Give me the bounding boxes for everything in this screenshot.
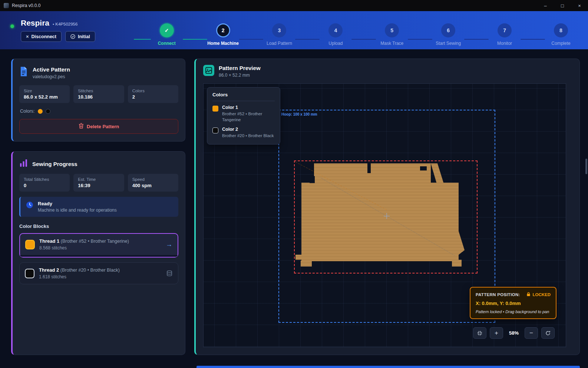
stat-total-stitches: Total Stitches 0 (19, 174, 70, 192)
position-coordinates: X: 0.0mm, Y: 0.0mm (476, 301, 551, 306)
delete-pattern-label: Delete Pattern (87, 124, 119, 129)
legend-title: Colors (212, 92, 275, 101)
lock-icon (526, 292, 531, 297)
status-text: Machine is idle and ready for operations (38, 208, 117, 213)
color-blocks-label: Color Blocks (19, 223, 178, 229)
minimize-button[interactable]: – (537, 0, 554, 11)
thread-swatch (25, 240, 35, 249)
machine-status-box: Ready Machine is idle and ready for oper… (19, 197, 178, 217)
pattern-preview-panel: Pattern Preview 86.0 × 52.2 mm Colors Co… (194, 59, 580, 355)
app-header: Respira • K4P502956 × Disconnect Initial… (0, 11, 588, 49)
step-circle: 8 (554, 23, 568, 37)
disconnect-label: Disconnect (32, 34, 56, 39)
thread-name: Thread 1 (39, 238, 59, 244)
color-dot-black (46, 109, 50, 114)
stat-est-time: Est. Time 16:39 (73, 174, 124, 192)
sewing-progress-title: Sewing Progress (32, 161, 77, 167)
step-circle: 5 (385, 23, 399, 37)
zoom-out-button[interactable]: − (525, 327, 538, 339)
file-icon (19, 66, 28, 78)
preview-title: Pattern Preview (219, 65, 261, 71)
step-label: Mask Trace (380, 41, 403, 46)
position-title: PATTERN POSITION: (476, 292, 520, 297)
stat-stitches: Stitches 10.186 (73, 85, 124, 103)
thread-detail: (Brother #52 • Brother Tangerine) (61, 239, 129, 244)
step-start-sewing[interactable]: 6 Start Sewing (432, 23, 464, 46)
step-upload[interactable]: 4 Upload (320, 23, 351, 46)
step-connector (464, 39, 489, 40)
step-circle-active: 2 (216, 23, 230, 37)
legend-swatch-black (212, 127, 218, 133)
legend-item-color-2: Color 2 Brother #20 • Brother Black (212, 127, 275, 139)
thread-detail: (Brother #20 • Brother Black) (60, 268, 120, 273)
colors-legend: Colors Color 1 Brother #52 • Brother Tan… (207, 87, 280, 145)
step-connector (295, 39, 320, 40)
image-icon (203, 65, 214, 76)
close-button[interactable]: × (571, 0, 588, 11)
step-load-pattern[interactable]: 3 Load Pattern (263, 23, 295, 46)
step-label: Complete (551, 41, 570, 46)
zoom-controls: + 58% − (473, 327, 555, 339)
titlebar: Respira v0.0.0 – □ × (0, 0, 588, 11)
connection-status-dot (10, 24, 14, 28)
step-circle: 7 (498, 23, 512, 37)
step-label: Load Pattern (267, 41, 292, 46)
maximize-button[interactable]: □ (554, 0, 571, 11)
active-pattern-card: Active Pattern valetudogv2.pes Size 86.0… (11, 59, 185, 142)
step-label: Upload (328, 41, 343, 46)
thread-block-2[interactable]: Thread 2 (Brother #20 • Brother Black) 1… (19, 262, 178, 284)
check-circle-icon (70, 34, 75, 39)
step-progress: ✓ Connect 2 Home Machine 3 Load Pattern … (134, 14, 577, 46)
window-title: Respira v0.0.0 (12, 3, 40, 8)
step-circle: 3 (272, 23, 286, 37)
scrollbar-thumb[interactable] (585, 159, 587, 174)
stat-size: Size 86.0 x 52.2 mm (19, 85, 70, 103)
step-circle-done: ✓ (160, 23, 174, 37)
initial-button[interactable]: Initial (65, 31, 95, 42)
thread-block-1[interactable]: Thread 1 (Brother #52 • Brother Tangerin… (19, 233, 178, 258)
initial-label: Initial (78, 34, 90, 39)
machine-serial: • K4P502956 (53, 22, 77, 26)
pattern-filename: valetudogv2.pes (33, 74, 70, 79)
step-connector (239, 39, 264, 40)
zoom-level: 58% (506, 330, 521, 336)
step-connector (183, 39, 207, 40)
crosshair-icon (384, 213, 390, 219)
position-hint: Pattern locked • Drag background to pan (476, 309, 551, 314)
disconnect-button[interactable]: × Disconnect (21, 31, 62, 42)
step-mask-trace[interactable]: 5 Mask Trace (376, 23, 408, 46)
footer-accent-bar (196, 366, 580, 368)
brand-block: Respira • K4P502956 × Disconnect Initial (21, 19, 95, 42)
step-label: Monitor (497, 41, 512, 46)
fit-view-button[interactable] (473, 327, 486, 339)
bar-chart-icon (19, 159, 28, 169)
step-connector (521, 39, 545, 40)
thread-stitch-count: 8.568 stitches (39, 245, 129, 251)
thread-stitch-count: 1.618 stitches (39, 274, 120, 279)
step-connect[interactable]: ✓ Connect (151, 23, 183, 46)
step-home-machine[interactable]: 2 Home Machine (207, 23, 239, 46)
sewing-progress-card: Sewing Progress Total Stitches 0 Est. Ti… (11, 151, 185, 355)
window-controls: – □ × (537, 0, 588, 11)
step-complete[interactable]: 8 Complete (545, 23, 577, 46)
locked-badge: LOCKED (526, 292, 551, 297)
step-monitor[interactable]: 7 Monitor (489, 23, 521, 46)
step-circle: 6 (441, 23, 455, 37)
thread-progress-bar (20, 255, 178, 257)
arrow-right-icon: → (166, 241, 172, 248)
delete-pattern-button[interactable]: Delete Pattern (19, 119, 178, 134)
preview-dimensions: 86.0 × 52.2 mm (219, 73, 261, 78)
status-title: Ready (38, 201, 117, 206)
clock-icon (26, 201, 34, 210)
color-dot-orange (38, 109, 43, 114)
step-label: Connect (158, 41, 176, 46)
thread-swatch (25, 269, 34, 278)
step-label: Home Machine (207, 41, 239, 46)
zoom-in-button[interactable]: + (490, 327, 503, 339)
thread-name: Thread 2 (39, 267, 59, 273)
step-connector (351, 39, 376, 40)
refresh-button[interactable] (541, 327, 555, 339)
step-circle: 4 (328, 23, 343, 37)
check-icon: ✓ (165, 27, 169, 33)
legend-item-color-1: Color 1 Brother #52 • Brother Tangerine (212, 105, 275, 123)
